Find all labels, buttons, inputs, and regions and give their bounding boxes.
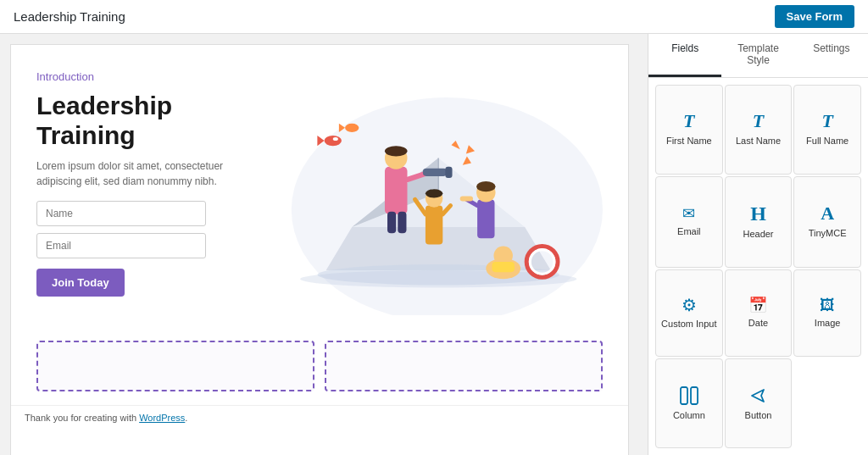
field-full-name[interactable]: T Full Name — [793, 85, 861, 175]
footer-text: Thank you for creating with — [25, 413, 139, 423]
svg-point-27 — [476, 181, 495, 191]
right-panel: Fields Template Style Settings T First N… — [648, 34, 868, 455]
main-layout: Introduction LeadershipTraining Lorem ip… — [0, 34, 868, 455]
svg-point-33 — [325, 136, 342, 146]
column-icon — [680, 386, 698, 405]
field-email[interactable]: ✉ Email — [655, 176, 723, 268]
svg-rect-25 — [477, 199, 494, 238]
last-name-icon: T — [753, 112, 764, 130]
hero-section: Introduction LeadershipTraining Lorem ip… — [11, 45, 628, 332]
svg-rect-20 — [426, 206, 442, 245]
header-icon: H — [750, 203, 766, 224]
intro-label: Introduction — [36, 70, 257, 83]
join-today-button[interactable]: Join Today — [36, 269, 125, 297]
hero-content: Introduction LeadershipTraining Lorem ip… — [36, 70, 257, 315]
svg-rect-9 — [385, 167, 408, 214]
svg-rect-32 — [492, 262, 515, 272]
custom-input-icon: ⚙ — [682, 297, 697, 314]
name-input[interactable] — [36, 201, 206, 226]
panel-tabs: Fields Template Style Settings — [648, 34, 868, 78]
canvas-wrapper: Introduction LeadershipTraining Lorem ip… — [10, 44, 637, 455]
form-preview: Introduction LeadershipTraining Lorem ip… — [10, 44, 629, 455]
field-image[interactable]: 🖼 Image — [793, 269, 861, 358]
button-label: Button — [745, 410, 772, 421]
hero-desc: Lorem ipsum dolor sit amet, consectetuer… — [36, 158, 257, 189]
svg-rect-13 — [423, 169, 448, 176]
field-column[interactable]: Column — [655, 358, 723, 448]
svg-point-36 — [345, 124, 359, 132]
fields-grid: T First Name T Last Name T Full Name ✉ E… — [648, 78, 868, 455]
svg-marker-40 — [752, 390, 764, 402]
full-name-label: Full Name — [806, 136, 849, 147]
svg-point-22 — [426, 189, 442, 197]
svg-rect-38 — [681, 387, 687, 404]
svg-point-11 — [385, 146, 408, 156]
drop-zones — [11, 332, 628, 405]
canvas-area: Introduction LeadershipTraining Lorem ip… — [0, 34, 648, 455]
last-name-label: Last Name — [736, 136, 781, 147]
hero-illustration — [257, 70, 603, 315]
tab-fields[interactable]: Fields — [648, 34, 721, 77]
tab-settings[interactable]: Settings — [795, 34, 868, 77]
drop-zone-2[interactable] — [325, 341, 603, 391]
hero-title: LeadershipTraining — [36, 92, 257, 150]
tinymce-icon: A — [821, 204, 834, 223]
email-input[interactable] — [36, 233, 206, 258]
svg-rect-29 — [460, 196, 473, 201]
wordpress-link[interactable]: WordPress — [139, 413, 185, 423]
custom-input-label: Custom Input — [661, 319, 716, 330]
image-icon: 🖼 — [820, 297, 835, 313]
first-name-label: First Name — [666, 136, 712, 147]
svg-point-35 — [333, 137, 338, 141]
date-icon: 📅 — [748, 297, 767, 313]
field-custom-input[interactable]: ⚙ Custom Input — [655, 269, 723, 358]
svg-rect-14 — [445, 167, 452, 178]
header-label: Header — [743, 229, 773, 240]
field-tinymce[interactable]: A TinyMCE — [793, 176, 861, 268]
field-first-name[interactable]: T First Name — [655, 85, 723, 175]
page-title: Leadership Training — [14, 9, 125, 24]
full-name-icon: T — [821, 112, 832, 130]
email-icon: ✉ — [682, 206, 695, 221]
column-label: Column — [673, 410, 705, 421]
svg-rect-39 — [691, 387, 698, 404]
svg-rect-16 — [398, 212, 406, 234]
email-label: Email — [677, 226, 701, 237]
form-footer: Thank you for creating with WordPress. — [11, 405, 628, 430]
save-form-button[interactable]: Save Form — [775, 5, 854, 28]
field-date[interactable]: 📅 Date — [725, 269, 793, 358]
top-bar: Leadership Training Save Form — [0, 0, 868, 34]
field-header[interactable]: H Header — [725, 176, 793, 268]
button-icon — [748, 386, 767, 405]
image-label: Image — [815, 318, 841, 329]
svg-rect-15 — [387, 212, 396, 234]
drop-zone-1[interactable] — [36, 341, 314, 391]
date-label: Date — [748, 318, 768, 329]
hero-svg — [257, 70, 603, 315]
tab-template-style[interactable]: Template Style — [721, 34, 794, 77]
tinymce-label: TinyMCE — [809, 228, 847, 239]
field-last-name[interactable]: T Last Name — [725, 85, 793, 175]
first-name-icon: T — [683, 112, 694, 130]
field-button[interactable]: Button — [725, 358, 793, 448]
